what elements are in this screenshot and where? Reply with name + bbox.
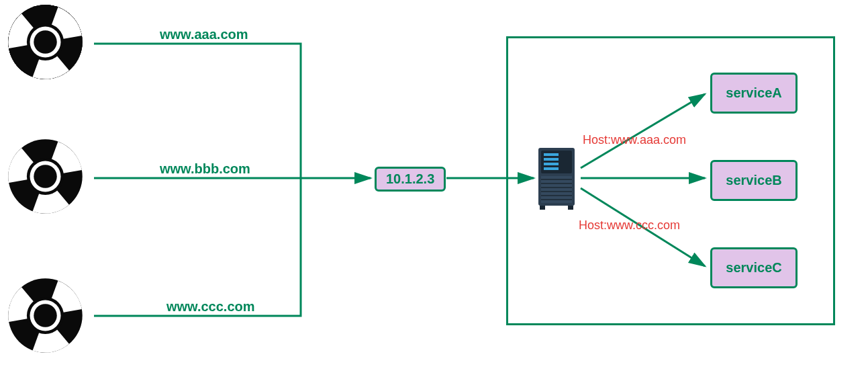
browser-icon-1 <box>7 3 84 81</box>
service-box-a: serviceA <box>710 73 798 114</box>
svg-rect-31 <box>541 183 572 184</box>
svg-rect-25 <box>544 153 559 156</box>
domain-label-1: www.aaa.com <box>160 27 248 42</box>
service-box-b: serviceB <box>710 160 798 201</box>
svg-point-18 <box>34 165 57 188</box>
host-label-c: Host:www.ccc.com <box>579 218 680 233</box>
ip-box: 10.1.2.3 <box>375 167 446 192</box>
server-icon <box>537 147 576 213</box>
domain-label-2: www.bbb.com <box>160 161 250 177</box>
svg-rect-30 <box>541 179 572 180</box>
domain-label-3: www.ccc.com <box>166 299 255 315</box>
svg-point-14 <box>34 30 57 54</box>
service-box-c: serviceC <box>710 247 798 288</box>
svg-rect-26 <box>544 158 559 161</box>
svg-point-22 <box>34 304 57 327</box>
svg-rect-32 <box>541 187 572 188</box>
svg-rect-37 <box>568 206 573 210</box>
svg-rect-27 <box>544 163 559 165</box>
svg-rect-28 <box>544 167 559 170</box>
host-label-a: Host:www.aaa.com <box>583 133 686 147</box>
browser-icon-2 <box>7 138 84 215</box>
svg-rect-35 <box>541 199 572 200</box>
svg-rect-34 <box>541 195 572 196</box>
svg-rect-33 <box>541 191 572 192</box>
svg-rect-36 <box>540 206 545 210</box>
browser-icon-3 <box>7 277 84 354</box>
